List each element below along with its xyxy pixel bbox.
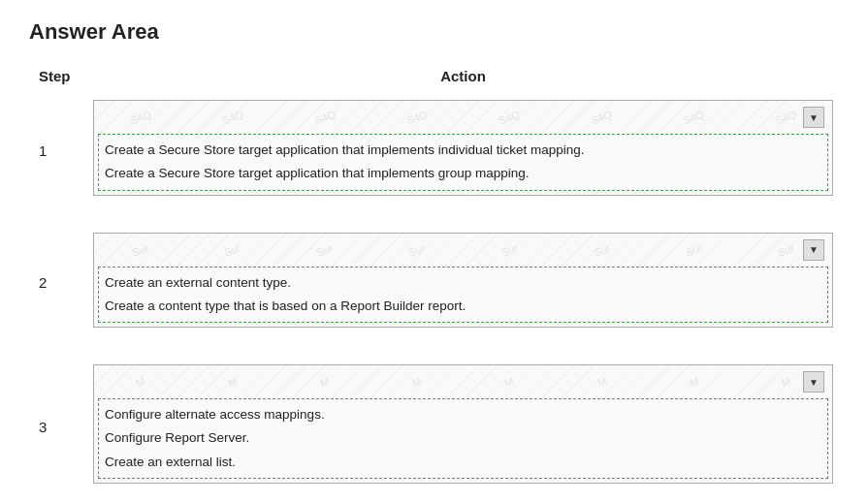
dropdown-header: S4QS4QS4QS4QS4QS4QS4QS4Q▼ xyxy=(94,101,832,134)
answer-table: Step Action 1S4QS4QS4QS4QS4QS4QS4QS4Q▼Cr… xyxy=(29,62,839,495)
options-list: Create an external content type.Create a… xyxy=(98,267,828,324)
action-header: Action xyxy=(87,62,839,90)
options-list: Configure alternate access mappings.Conf… xyxy=(98,398,828,479)
list-item[interactable]: Configure Report Server. xyxy=(105,426,821,450)
step-number: 2 xyxy=(29,223,87,340)
step-number: 1 xyxy=(29,90,87,207)
options-list: Create a Secure Store target application… xyxy=(98,134,828,191)
page-title: Answer Area xyxy=(29,19,839,45)
table-row: 2SurSurSurSurSurSurSurSur▼Create an exte… xyxy=(29,223,839,340)
list-item[interactable]: Create a content type that is based on a… xyxy=(105,295,821,318)
dropdown-container: SurSurSurSurSurSurSurSur▼Create an exter… xyxy=(93,233,833,329)
step-header: Step xyxy=(29,62,87,90)
dropdown-container: S4QS4QS4QS4QS4QS4QS4QS4Q▼Create a Secure… xyxy=(93,100,833,196)
dropdown-container: MMMMMMMM▼Configure alternate access mapp… xyxy=(93,364,833,484)
dropdown-arrow-button[interactable]: ▼ xyxy=(803,239,824,261)
list-item[interactable]: Create an external list. xyxy=(105,451,821,474)
action-cell: MMMMMMMM▼Configure alternate access mapp… xyxy=(87,355,839,495)
action-cell: SurSurSurSurSurSurSurSur▼Create an exter… xyxy=(87,223,839,340)
spacer-row xyxy=(29,339,839,355)
list-item[interactable]: Create an external content type. xyxy=(105,271,821,295)
list-item[interactable]: Create a Secure Store target application… xyxy=(105,162,821,185)
dropdown-header: SurSurSurSurSurSurSurSur▼ xyxy=(94,234,832,267)
list-item[interactable]: Configure alternate access mappings. xyxy=(105,403,821,426)
dropdown-arrow-button[interactable]: ▼ xyxy=(803,371,824,393)
table-row: 1S4QS4QS4QS4QS4QS4QS4QS4Q▼Create a Secur… xyxy=(29,90,839,207)
list-item[interactable]: Create a Secure Store target application… xyxy=(105,139,821,162)
action-cell: S4QS4QS4QS4QS4QS4QS4QS4Q▼Create a Secure… xyxy=(87,90,839,207)
table-row: 3MMMMMMMM▼Configure alternate access map… xyxy=(29,355,839,495)
dropdown-header: MMMMMMMM▼ xyxy=(94,365,832,398)
spacer-row xyxy=(29,207,839,223)
step-number: 3 xyxy=(29,355,87,495)
dropdown-arrow-button[interactable]: ▼ xyxy=(803,107,824,128)
